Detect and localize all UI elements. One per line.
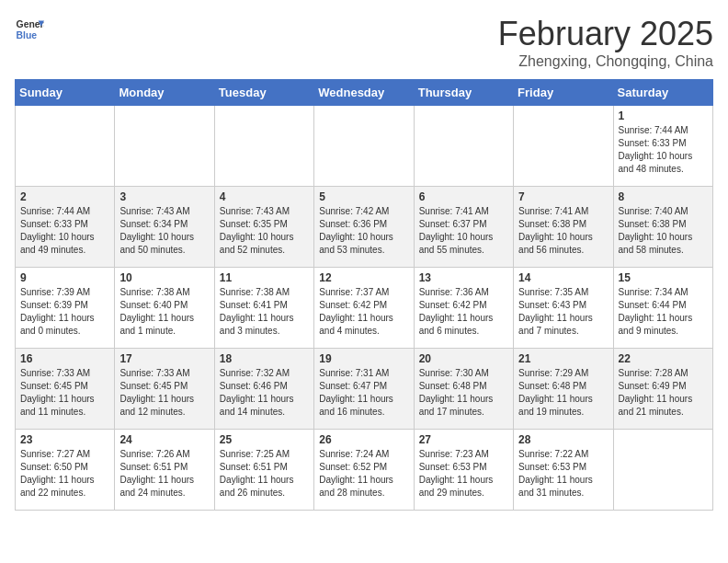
logo: General Blue bbox=[15, 15, 44, 44]
calendar-cell: 25Sunrise: 7:25 AM Sunset: 6:51 PM Dayli… bbox=[214, 430, 313, 511]
day-info: Sunrise: 7:33 AM Sunset: 6:45 PM Dayligh… bbox=[20, 367, 109, 419]
day-number: 14 bbox=[518, 271, 608, 284]
weekday-header-thursday: Thursday bbox=[414, 80, 513, 106]
day-info: Sunrise: 7:44 AM Sunset: 6:33 PM Dayligh… bbox=[20, 205, 109, 257]
day-number: 23 bbox=[20, 433, 109, 446]
calendar-cell bbox=[414, 106, 513, 187]
day-number: 18 bbox=[220, 352, 309, 365]
calendar-cell: 15Sunrise: 7:34 AM Sunset: 6:44 PM Dayli… bbox=[613, 268, 712, 349]
day-number: 11 bbox=[220, 271, 309, 284]
day-number: 1 bbox=[619, 109, 708, 122]
day-number: 8 bbox=[619, 190, 708, 203]
calendar-week-row: 16Sunrise: 7:33 AM Sunset: 6:45 PM Dayli… bbox=[16, 349, 713, 430]
calendar-table: SundayMondayTuesdayWednesdayThursdayFrid… bbox=[15, 79, 713, 511]
calendar-cell: 26Sunrise: 7:24 AM Sunset: 6:52 PM Dayli… bbox=[314, 430, 414, 511]
calendar-cell: 4Sunrise: 7:43 AM Sunset: 6:35 PM Daylig… bbox=[214, 187, 313, 268]
calendar-cell: 7Sunrise: 7:41 AM Sunset: 6:38 PM Daylig… bbox=[514, 187, 613, 268]
calendar-cell: 5Sunrise: 7:42 AM Sunset: 6:36 PM Daylig… bbox=[314, 187, 414, 268]
day-info: Sunrise: 7:28 AM Sunset: 6:49 PM Dayligh… bbox=[619, 367, 708, 419]
day-info: Sunrise: 7:27 AM Sunset: 6:50 PM Dayligh… bbox=[20, 448, 109, 500]
calendar-week-row: 9Sunrise: 7:39 AM Sunset: 6:39 PM Daylig… bbox=[16, 268, 713, 349]
day-number: 6 bbox=[419, 190, 508, 203]
day-number: 25 bbox=[220, 433, 309, 446]
calendar-cell: 21Sunrise: 7:29 AM Sunset: 6:48 PM Dayli… bbox=[514, 349, 613, 430]
day-number: 21 bbox=[518, 352, 608, 365]
day-info: Sunrise: 7:30 AM Sunset: 6:48 PM Dayligh… bbox=[419, 367, 508, 419]
calendar-cell: 27Sunrise: 7:23 AM Sunset: 6:53 PM Dayli… bbox=[414, 430, 513, 511]
day-info: Sunrise: 7:35 AM Sunset: 6:43 PM Dayligh… bbox=[518, 286, 608, 338]
day-info: Sunrise: 7:32 AM Sunset: 6:46 PM Dayligh… bbox=[220, 367, 309, 419]
location-title: Zhengxing, Chongqing, China bbox=[498, 53, 713, 70]
calendar-cell: 17Sunrise: 7:33 AM Sunset: 6:45 PM Dayli… bbox=[115, 349, 214, 430]
calendar-cell: 16Sunrise: 7:33 AM Sunset: 6:45 PM Dayli… bbox=[16, 349, 115, 430]
logo-icon: General Blue bbox=[15, 15, 44, 44]
calendar-cell: 24Sunrise: 7:26 AM Sunset: 6:51 PM Dayli… bbox=[115, 430, 214, 511]
calendar-cell: 9Sunrise: 7:39 AM Sunset: 6:39 PM Daylig… bbox=[16, 268, 115, 349]
calendar-cell: 23Sunrise: 7:27 AM Sunset: 6:50 PM Dayli… bbox=[16, 430, 115, 511]
calendar-cell: 10Sunrise: 7:38 AM Sunset: 6:40 PM Dayli… bbox=[115, 268, 214, 349]
day-info: Sunrise: 7:38 AM Sunset: 6:41 PM Dayligh… bbox=[220, 286, 309, 338]
day-number: 9 bbox=[20, 271, 109, 284]
calendar-cell: 6Sunrise: 7:41 AM Sunset: 6:37 PM Daylig… bbox=[414, 187, 513, 268]
weekday-header-wednesday: Wednesday bbox=[314, 80, 414, 106]
day-number: 3 bbox=[119, 190, 209, 203]
calendar-cell: 19Sunrise: 7:31 AM Sunset: 6:47 PM Dayli… bbox=[314, 349, 414, 430]
day-info: Sunrise: 7:36 AM Sunset: 6:42 PM Dayligh… bbox=[419, 286, 508, 338]
calendar-cell bbox=[314, 106, 414, 187]
weekday-header-saturday: Saturday bbox=[613, 80, 712, 106]
day-number: 19 bbox=[319, 352, 408, 365]
day-number: 28 bbox=[518, 433, 608, 446]
day-info: Sunrise: 7:24 AM Sunset: 6:52 PM Dayligh… bbox=[319, 448, 408, 500]
calendar-cell: 3Sunrise: 7:43 AM Sunset: 6:34 PM Daylig… bbox=[115, 187, 214, 268]
day-number: 4 bbox=[220, 190, 309, 203]
calendar-cell: 12Sunrise: 7:37 AM Sunset: 6:42 PM Dayli… bbox=[314, 268, 414, 349]
calendar-week-row: 1Sunrise: 7:44 AM Sunset: 6:33 PM Daylig… bbox=[16, 106, 713, 187]
weekday-header-monday: Monday bbox=[115, 80, 214, 106]
day-info: Sunrise: 7:39 AM Sunset: 6:39 PM Dayligh… bbox=[20, 286, 109, 338]
day-number: 10 bbox=[119, 271, 209, 284]
calendar-cell: 28Sunrise: 7:22 AM Sunset: 6:53 PM Dayli… bbox=[514, 430, 613, 511]
day-info: Sunrise: 7:38 AM Sunset: 6:40 PM Dayligh… bbox=[119, 286, 209, 338]
calendar-cell bbox=[16, 106, 115, 187]
day-number: 16 bbox=[20, 352, 109, 365]
calendar-cell: 22Sunrise: 7:28 AM Sunset: 6:49 PM Dayli… bbox=[613, 349, 712, 430]
weekday-header-friday: Friday bbox=[514, 80, 613, 106]
weekday-header-row: SundayMondayTuesdayWednesdayThursdayFrid… bbox=[16, 80, 713, 106]
weekday-header-sunday: Sunday bbox=[16, 80, 115, 106]
day-info: Sunrise: 7:42 AM Sunset: 6:36 PM Dayligh… bbox=[319, 205, 408, 257]
page-header: General Blue February 2025 Zhengxing, Ch… bbox=[15, 15, 713, 70]
svg-text:Blue: Blue bbox=[17, 30, 38, 40]
day-info: Sunrise: 7:43 AM Sunset: 6:35 PM Dayligh… bbox=[220, 205, 309, 257]
calendar-cell bbox=[214, 106, 313, 187]
day-number: 2 bbox=[20, 190, 109, 203]
day-info: Sunrise: 7:43 AM Sunset: 6:34 PM Dayligh… bbox=[119, 205, 209, 257]
day-number: 17 bbox=[119, 352, 209, 365]
day-info: Sunrise: 7:34 AM Sunset: 6:44 PM Dayligh… bbox=[619, 286, 708, 338]
weekday-header-tuesday: Tuesday bbox=[214, 80, 313, 106]
day-number: 15 bbox=[619, 271, 708, 284]
day-info: Sunrise: 7:23 AM Sunset: 6:53 PM Dayligh… bbox=[419, 448, 508, 500]
calendar-cell bbox=[514, 106, 613, 187]
month-title: February 2025 bbox=[498, 15, 713, 53]
day-number: 27 bbox=[419, 433, 508, 446]
day-number: 13 bbox=[419, 271, 508, 284]
day-number: 12 bbox=[319, 271, 408, 284]
day-number: 5 bbox=[319, 190, 408, 203]
day-info: Sunrise: 7:25 AM Sunset: 6:51 PM Dayligh… bbox=[220, 448, 309, 500]
day-number: 22 bbox=[619, 352, 708, 365]
day-number: 20 bbox=[419, 352, 508, 365]
calendar-cell: 20Sunrise: 7:30 AM Sunset: 6:48 PM Dayli… bbox=[414, 349, 513, 430]
title-area: February 2025 Zhengxing, Chongqing, Chin… bbox=[498, 15, 713, 70]
calendar-week-row: 2Sunrise: 7:44 AM Sunset: 6:33 PM Daylig… bbox=[16, 187, 713, 268]
day-info: Sunrise: 7:44 AM Sunset: 6:33 PM Dayligh… bbox=[619, 124, 708, 176]
day-info: Sunrise: 7:33 AM Sunset: 6:45 PM Dayligh… bbox=[119, 367, 209, 419]
calendar-cell: 18Sunrise: 7:32 AM Sunset: 6:46 PM Dayli… bbox=[214, 349, 313, 430]
day-info: Sunrise: 7:29 AM Sunset: 6:48 PM Dayligh… bbox=[518, 367, 608, 419]
calendar-cell: 2Sunrise: 7:44 AM Sunset: 6:33 PM Daylig… bbox=[16, 187, 115, 268]
day-number: 24 bbox=[119, 433, 209, 446]
day-number: 7 bbox=[518, 190, 608, 203]
calendar-cell: 8Sunrise: 7:40 AM Sunset: 6:38 PM Daylig… bbox=[613, 187, 712, 268]
day-info: Sunrise: 7:41 AM Sunset: 6:38 PM Dayligh… bbox=[518, 205, 608, 257]
calendar-cell bbox=[613, 430, 712, 511]
calendar-cell: 11Sunrise: 7:38 AM Sunset: 6:41 PM Dayli… bbox=[214, 268, 313, 349]
